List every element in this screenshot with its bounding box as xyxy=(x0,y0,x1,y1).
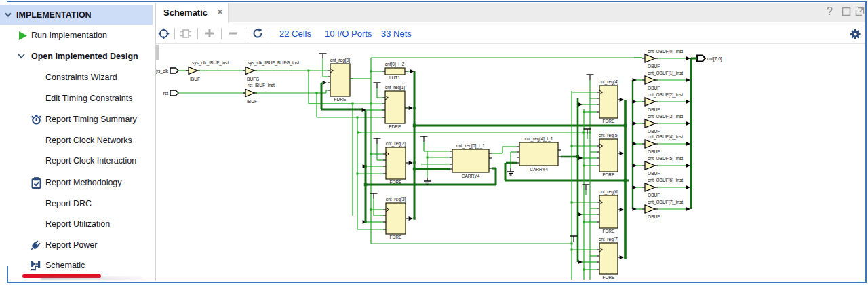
svg-text:cnt_reg[0]_i_1: cnt_reg[0]_i_1 xyxy=(456,143,485,149)
svg-text:cnt_OBUF[3]_inst: cnt_OBUF[3]_inst xyxy=(648,114,683,119)
svg-text:sys_clk_IBUF_BUFG_inst: sys_clk_IBUF_BUFG_inst xyxy=(248,60,299,66)
svg-text:OBUF: OBUF xyxy=(648,193,660,197)
svg-text:rst: rst xyxy=(163,91,168,96)
svg-text:OBUF: OBUF xyxy=(648,171,660,176)
svg-text:cnt_reg[4]_i_1: cnt_reg[4]_i_1 xyxy=(525,136,553,142)
svg-text:CARRY4: CARRY4 xyxy=(462,174,480,178)
svg-text:cnt_reg[4]: cnt_reg[4] xyxy=(599,79,618,85)
svg-text:FDRE: FDRE xyxy=(390,235,403,240)
svg-text:FDRE: FDRE xyxy=(603,119,616,124)
svg-text:OBUF: OBUF xyxy=(648,86,660,90)
svg-text:rst_IBUF_inst: rst_IBUF_inst xyxy=(248,83,275,88)
svg-text:cnt_OBUF[1]_inst: cnt_OBUF[1]_inst xyxy=(648,71,683,76)
svg-text:FDRE: FDRE xyxy=(603,172,616,177)
svg-text:FDRE: FDRE xyxy=(334,97,347,102)
svg-text:BUFG: BUFG xyxy=(247,77,259,81)
svg-text:cnt_reg[7]: cnt_reg[7] xyxy=(599,237,618,242)
svg-text:cnt_reg[5]: cnt_reg[5] xyxy=(599,133,618,138)
svg-text:OBUF: OBUF xyxy=(648,64,660,69)
svg-text:OBUF: OBUF xyxy=(648,107,660,112)
svg-text:cnt_reg[3]: cnt_reg[3] xyxy=(386,197,406,202)
svg-text:OBUF: OBUF xyxy=(648,149,660,154)
svg-text:cnt_OBUF[7]_inst: cnt_OBUF[7]_inst xyxy=(648,200,683,205)
svg-text:sys_clk: sys_clk xyxy=(156,69,169,74)
svg-text:cnt[0]_i_2: cnt[0]_i_2 xyxy=(385,62,405,67)
svg-text:cnt_OBUF[5]_inst: cnt_OBUF[5]_inst xyxy=(648,156,683,162)
svg-text:cnt[7:0]: cnt[7:0] xyxy=(707,56,722,62)
svg-text:cnt_OBUF[0]_inst: cnt_OBUF[0]_inst xyxy=(648,49,683,54)
svg-text:cnt_reg[6]: cnt_reg[6] xyxy=(599,189,618,195)
svg-text:FDRE: FDRE xyxy=(389,124,402,129)
svg-text:cnt_reg[2]: cnt_reg[2] xyxy=(386,141,406,147)
svg-text:CARRY4: CARRY4 xyxy=(530,167,548,172)
svg-text:sys_clk_IBUF_inst: sys_clk_IBUF_inst xyxy=(192,60,229,66)
svg-text:OBUF: OBUF xyxy=(648,214,660,219)
svg-text:IBUF: IBUF xyxy=(247,99,257,104)
svg-text:cnt_reg[0]: cnt_reg[0] xyxy=(330,58,350,63)
svg-text:OBUF: OBUF xyxy=(648,129,660,134)
svg-text:cnt_reg[1]: cnt_reg[1] xyxy=(385,85,405,90)
svg-text:cnt_OBUF[6]_inst: cnt_OBUF[6]_inst xyxy=(648,178,683,183)
svg-text:IBUF: IBUF xyxy=(190,77,200,81)
svg-text:LUT1: LUT1 xyxy=(389,75,400,80)
svg-text:cnt_OBUF[2]_inst: cnt_OBUF[2]_inst xyxy=(648,92,683,98)
svg-text:FDRE: FDRE xyxy=(603,229,616,233)
svg-text:FDRE: FDRE xyxy=(603,275,616,280)
svg-text:cnt_OBUF[4]_inst: cnt_OBUF[4]_inst xyxy=(648,134,683,140)
